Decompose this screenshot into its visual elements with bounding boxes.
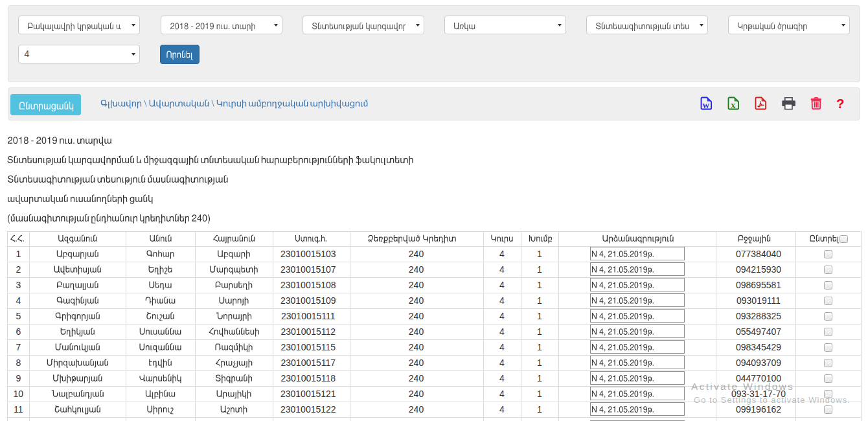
- svg-text:X: X: [731, 102, 736, 109]
- svg-text:W: W: [702, 102, 709, 109]
